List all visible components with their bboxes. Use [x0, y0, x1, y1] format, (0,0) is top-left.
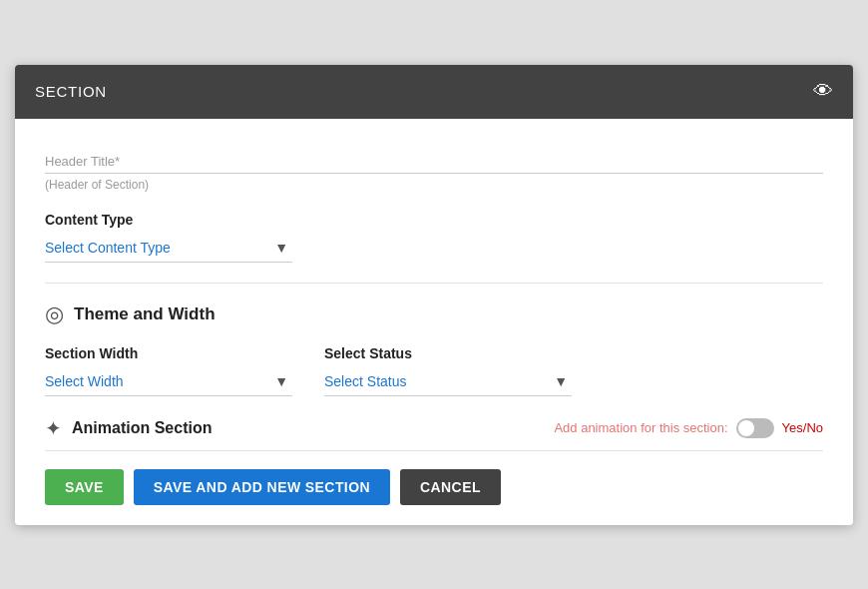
- modal-body: (Header of Section) Content Type Select …: [15, 119, 853, 525]
- header-title-hint: (Header of Section): [45, 178, 823, 192]
- theme-icon: ◎: [45, 301, 64, 327]
- select-status-group: Select Status Select Status Active Inact…: [324, 345, 572, 396]
- content-type-select[interactable]: Select Content Type Blog News Gallery: [45, 234, 292, 263]
- content-type-select-wrapper: Select Content Type Blog News Gallery ▼: [45, 234, 292, 263]
- select-status-select[interactable]: Select Status Active Inactive: [324, 367, 572, 396]
- animation-right: Add animation for this section: Yes/No: [554, 418, 823, 438]
- footer-divider: [45, 450, 823, 451]
- select-status-label: Select Status: [324, 345, 572, 361]
- section-divider-1: [45, 283, 823, 284]
- animation-left: ✦ Animation Section: [45, 416, 212, 440]
- section-width-label: Section Width: [45, 345, 292, 361]
- content-type-group: Content Type Select Content Type Blog Ne…: [45, 212, 823, 263]
- section-width-select-wrapper: Select Width Full Width Boxed ▼: [45, 367, 292, 396]
- header-title-group: (Header of Section): [45, 147, 823, 192]
- cancel-button[interactable]: CANCEL: [400, 469, 501, 505]
- visibility-icon[interactable]: 👁: [813, 80, 833, 103]
- animation-row: ✦ Animation Section Add animation for th…: [45, 416, 823, 440]
- save-and-add-button[interactable]: SAVE AND ADD NEW SECTION: [134, 469, 390, 505]
- modal-header: SECTION 👁: [15, 65, 853, 119]
- width-status-row: Section Width Select Width Full Width Bo…: [45, 345, 823, 396]
- yes-no-label: Yes/No: [782, 420, 823, 435]
- section-width-group: Section Width Select Width Full Width Bo…: [45, 345, 292, 396]
- animation-title: Animation Section: [72, 419, 212, 437]
- content-type-label: Content Type: [45, 212, 823, 228]
- animation-icon: ✦: [45, 416, 62, 440]
- header-title-input[interactable]: [45, 147, 823, 174]
- theme-section-heading: ◎ Theme and Width: [45, 301, 823, 327]
- toggle-slider: [736, 418, 774, 438]
- animation-toggle-label: Add animation for this section:: [554, 420, 727, 435]
- section-width-select[interactable]: Select Width Full Width Boxed: [45, 367, 292, 396]
- modal-container: SECTION 👁 (Header of Section) Content Ty…: [15, 65, 853, 525]
- animation-toggle[interactable]: [736, 418, 774, 438]
- theme-section-title: Theme and Width: [74, 304, 216, 324]
- save-button[interactable]: SAVE: [45, 469, 124, 505]
- modal-title: SECTION: [35, 83, 107, 100]
- footer-buttons: SAVE SAVE AND ADD NEW SECTION CANCEL: [45, 469, 823, 505]
- select-status-select-wrapper: Select Status Active Inactive ▼: [324, 367, 572, 396]
